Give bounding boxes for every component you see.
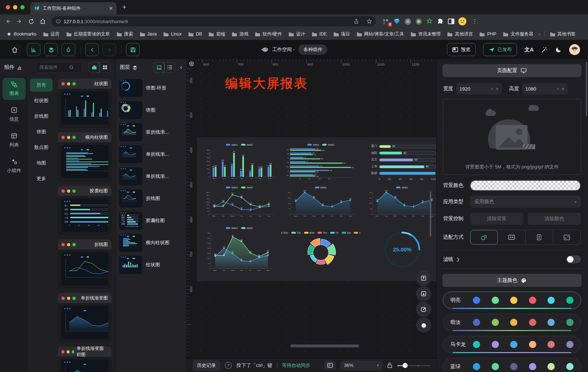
- bookmark-item[interactable]: 网站/博客/文章/工具: [354, 30, 407, 38]
- gauge-chart[interactable]: 25.00%: [362, 221, 436, 277]
- search-input[interactable]: [39, 64, 68, 70]
- decrement-icon[interactable]: −: [556, 86, 559, 92]
- sidebar-item-1[interactable]: 图表: [3, 78, 26, 100]
- bookmark-item[interactable]: PHP: [476, 30, 499, 38]
- layer-item[interactable]: 横向柱状图: [118, 233, 184, 252]
- fit-scale-button[interactable]: [470, 230, 498, 244]
- clear-background-button[interactable]: 清除背景: [470, 213, 523, 225]
- single-view-toggle[interactable]: [88, 62, 100, 73]
- component-card[interactable]: 胶囊柱图厦门南阳北京上海新疆020406080100: [58, 186, 112, 235]
- component-card[interactable]: 折线图: [58, 239, 112, 289]
- category-item[interactable]: 所有: [30, 79, 52, 92]
- component-card[interactable]: 横向柱状图: [58, 132, 112, 181]
- increment-icon[interactable]: +: [562, 86, 564, 92]
- export-button[interactable]: [416, 271, 431, 286]
- horizontal-scrollbar-thumb[interactable]: [290, 344, 359, 347]
- capsule-bar-chart[interactable]: 厦门20南阳40北京60上海80新疆100020406080100: [362, 141, 436, 183]
- component-card[interactable]: 单折线渐变面积图: [58, 347, 112, 372]
- gem-extension-icon[interactable]: [393, 18, 400, 25]
- window-controls[interactable]: [0, 5, 30, 9]
- layer-item[interactable]: 双折线渐...: [118, 123, 184, 142]
- bookmark-item[interactable]: 文件服务器: [500, 30, 536, 38]
- forward-icon[interactable]: [14, 16, 25, 26]
- theme-panel-toggle[interactable]: [62, 43, 75, 56]
- bookmark-item[interactable]: Java: [137, 30, 160, 38]
- magic-wand-icon[interactable]: [541, 46, 548, 53]
- share-icon[interactable]: [351, 16, 361, 26]
- bookmark-item[interactable]: IDE: [309, 30, 330, 38]
- category-item[interactable]: 散点图: [30, 141, 52, 154]
- minimize-window-button[interactable]: [13, 5, 17, 9]
- language-toggle-icon[interactable]: 文A: [524, 46, 534, 53]
- panel-scrollbar[interactable]: [586, 62, 587, 116]
- bg-color-swatch[interactable]: [470, 180, 581, 191]
- layer-item[interactable]: 饼图-环形: [118, 79, 184, 97]
- bookmark-item[interactable]: 前端: [206, 30, 228, 38]
- bookmark-item[interactable]: 搜索: [114, 30, 136, 38]
- theme-row-马卡龙[interactable]: 马卡龙: [443, 336, 581, 353]
- bookmark-item[interactable]: 近期需要读的文章: [63, 30, 113, 38]
- maximize-window-button[interactable]: [20, 5, 25, 9]
- fit-stretch-button[interactable]: [553, 230, 580, 244]
- theme-row-暗淡[interactable]: 暗淡: [443, 314, 581, 331]
- preview-button[interactable]: 预览: [447, 43, 476, 56]
- theme-row-蓝绿[interactable]: 蓝绿: [443, 358, 581, 372]
- bookmark-item[interactable]: 运营: [40, 30, 63, 38]
- close-window-button[interactable]: [6, 5, 10, 9]
- sidebar-item-3[interactable]: 列表: [3, 129, 26, 151]
- layer-item[interactable]: 单折线渐...: [118, 145, 184, 164]
- single-line-chart[interactable]: data1050100150200MonTueWedThuFriSatSun12…: [281, 185, 361, 219]
- pie-donut-chart[interactable]: MonTueWedThuFriSatSun: [281, 221, 361, 277]
- app-type-select[interactable]: 应用颜色▾: [470, 196, 581, 208]
- reload-icon[interactable]: [26, 16, 36, 26]
- horizontal-bar-chart[interactable]: data1data2130160Sun110117Sat70155Fri8026…: [281, 141, 361, 183]
- record-extension-icon[interactable]: [415, 18, 422, 25]
- zoom-select[interactable]: 36%▾: [340, 360, 382, 371]
- pinned-extension-icon[interactable]: 9: [382, 18, 390, 25]
- bookmark-item[interactable]: 软件/硬件: [252, 30, 285, 38]
- publish-button[interactable]: 已发布: [483, 43, 517, 56]
- bookmark-item[interactable]: 其他语言: [444, 30, 476, 38]
- bookmark-item[interactable]: 资讯未整理: [408, 30, 444, 38]
- layer-item[interactable]: 柱状图: [118, 255, 184, 274]
- zoom-slider[interactable]: [397, 363, 430, 368]
- redo-button[interactable]: [102, 43, 116, 56]
- layer-item[interactable]: 折线图: [118, 189, 184, 208]
- tab-close-icon[interactable]: ✕: [109, 5, 113, 11]
- sidepanel-icon[interactable]: [448, 18, 455, 25]
- fit-height-button[interactable]: [526, 230, 553, 244]
- home-button[interactable]: [8, 43, 21, 56]
- browser-menu-icon[interactable]: ⋮: [470, 18, 480, 25]
- chevron-right-icon[interactable]: ❯: [456, 257, 460, 262]
- filter-toggle[interactable]: [566, 255, 581, 263]
- dual-line-chart[interactable]: data1data2050100150200250300350MonTueWed…: [200, 185, 279, 219]
- back-icon[interactable]: [3, 16, 13, 26]
- charts-panel-toggle[interactable]: [27, 43, 41, 56]
- dashboard[interactable]: data1data2050100150200250300350120130Mon…: [197, 137, 436, 281]
- bookmark-item[interactable]: DB: [185, 30, 205, 38]
- site-info-icon[interactable]: [56, 19, 61, 24]
- layers-panel-toggle[interactable]: [44, 43, 58, 56]
- address-bar[interactable]: 127.0.0.1:3000/#/chart/home/9: [51, 16, 376, 26]
- ruler-eye-icon[interactable]: [187, 59, 196, 68]
- bookmark-star-icon[interactable]: [364, 16, 374, 26]
- history-button[interactable]: 历史记录: [193, 360, 220, 371]
- layer-item[interactable]: 饼图: [118, 101, 184, 120]
- search-input-wrap[interactable]: [35, 62, 83, 73]
- sidebar-item-2[interactable]: A信息: [3, 104, 26, 126]
- increment-icon[interactable]: +: [496, 86, 499, 92]
- undo-button[interactable]: [85, 43, 99, 56]
- edit-button[interactable]: [416, 302, 431, 317]
- user-avatar[interactable]: [569, 44, 580, 55]
- page-config-header[interactable]: 页面配置: [442, 64, 581, 77]
- width-input[interactable]: 1920−+: [456, 83, 502, 95]
- fit-width-button[interactable]: [498, 230, 525, 244]
- canvas-area[interactable]: 6007008009001000110012001300 20030040050…: [187, 59, 436, 372]
- profile-avatar[interactable]: [458, 17, 466, 25]
- bookmark-item[interactable]: Linux: [160, 30, 185, 38]
- component-card[interactable]: 单折线渐变图: [58, 293, 112, 342]
- project-name-badge[interactable]: 各种组件: [298, 45, 327, 55]
- dual-line-area-chart[interactable]: data1data2050100150200250300350MonTueWed…: [200, 221, 279, 277]
- height-input[interactable]: 1080−+: [522, 83, 568, 95]
- grouped-bar-chart[interactable]: data1data2050100150200250300350120130Mon…: [200, 141, 279, 183]
